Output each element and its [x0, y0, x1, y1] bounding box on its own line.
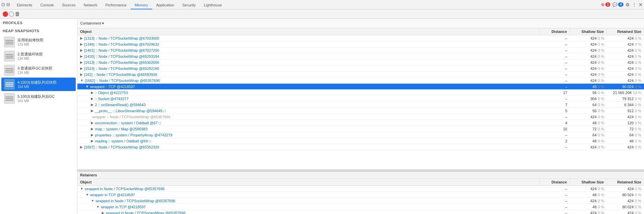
- cell-distance: –: [540, 192, 570, 198]
- table-row[interactable]: ▶ [1420] :: Node / TCPSocketWrap @652931…: [77, 53, 644, 59]
- error-badge: ⊗ 1: [601, 2, 611, 7]
- stop-button[interactable]: [9, 11, 14, 17]
- expand-arrow[interactable]: ▼: [96, 205, 100, 209]
- tab-application[interactable]: Application: [152, 1, 178, 9]
- tab-memory[interactable]: Memory: [131, 1, 152, 9]
- lower-table: Object Distance Shallow Size Retained Si…: [77, 179, 644, 214]
- cell-retained: 48 0 %: [607, 138, 644, 144]
- table-row[interactable]: wrapper :: Node / TCPSocketWrap @6535769…: [77, 114, 644, 120]
- table-row[interactable]: ▶ [1401] :: Node / TCPSocketWrap @670272…: [77, 47, 644, 53]
- cell-retained: 79 912 0 %: [607, 96, 644, 101]
- expand-arrow[interactable]: ▶: [91, 91, 94, 94]
- devtools-undock-icon[interactable]: ⊟: [6, 2, 10, 7]
- cell-retained: 424 0 %: [607, 53, 644, 59]
- expand-arrow[interactable]: ▼: [91, 199, 94, 203]
- table-row[interactable]: ▶ :: Socket @4743277 – 304 0 % 79 912 0 …: [77, 96, 644, 102]
- expand-arrow[interactable]: ▶: [80, 36, 83, 40]
- table-row[interactable]: ▶ [162] :: Node / TCPSocketWrap @6658393…: [77, 72, 644, 78]
- snapshot-item-2[interactable]: 2.普通循环快照 134 MB: [1, 49, 76, 63]
- snapshot-item-5[interactable]: 5.100次创建队列后GC 164 MB: [1, 92, 76, 105]
- snapshot-item-3[interactable]: 3.普通循环GC后快照 134 MB: [1, 63, 76, 77]
- devtools-dock-icon[interactable]: ⊡: [1, 2, 5, 7]
- table-row[interactable]: ▶ onconnection :: system / Oddball @67 □…: [77, 120, 644, 126]
- table-row[interactable]: ▶ [1346] :: Node / TCPSocketWrap @670296…: [77, 41, 644, 47]
- table-row[interactable]: ▶ reading :: system / Oddball @69 □ 2 48…: [77, 138, 644, 144]
- cell-distance: –: [540, 41, 570, 47]
- tab-elements[interactable]: Elements: [13, 1, 36, 9]
- table-row[interactable]: ▼ [1662] :: Node / TCPSocketWrap @653576…: [77, 78, 644, 84]
- cell-shallow: 424 0 %: [570, 35, 607, 41]
- cell-retained: 64 0 %: [607, 132, 644, 138]
- tab-console[interactable]: Console: [36, 1, 58, 9]
- expand-arrow[interactable]: ▶: [80, 48, 83, 52]
- expand-arrow[interactable]: ▼: [86, 193, 89, 197]
- table-row[interactable]: ▶ properties :: system / PropertyArray @…: [77, 132, 644, 138]
- expand-arrow[interactable]: ▶: [91, 139, 94, 143]
- tab-security[interactable]: Security: [178, 1, 200, 9]
- table-row[interactable]: ▼ wrapped in Node / TCPSocketWrap @65357…: [77, 198, 644, 204]
- message-badge: 💬 4: [612, 2, 623, 7]
- cell-shallow: 72 0 %: [570, 126, 607, 132]
- cell-distance: –: [540, 72, 570, 77]
- tab-lighthouse[interactable]: Lighthouse: [200, 1, 226, 9]
- cell-object: ▶ [1401] :: Node / TCPSocketWrap @670272…: [77, 47, 540, 53]
- expand-arrow[interactable]: ▶: [91, 121, 94, 125]
- snapshot-item-1[interactable]: 应用初始堆快照 133 MB: [1, 35, 76, 49]
- expand-arrow[interactable]: ▶: [80, 54, 83, 58]
- expand-arrow[interactable]: ▶: [80, 67, 83, 70]
- table-row[interactable]: ▼ wrapped :: TCP @4218597 – 48 0 % 80 02…: [77, 84, 644, 90]
- expand-arrow[interactable]: ▶: [102, 211, 104, 214]
- snapshot-item-4[interactable]: 4.100次创建队列后快照 164 MB: [1, 78, 76, 91]
- expand-arrow[interactable]: ▶: [80, 73, 83, 76]
- expand-arrow[interactable]: ▶: [80, 42, 83, 46]
- table-row[interactable]: ▶ [1313] :: Node / TCPSocketWrap @670336…: [77, 35, 644, 41]
- table-row[interactable]: ▼ wrapper in TCP @4218597 – 48 0 % 80 02…: [77, 204, 644, 210]
- expand-arrow[interactable]: ▼: [80, 79, 83, 82]
- cell-retained: 424 0 %: [607, 66, 644, 71]
- table-row[interactable]: ▶ 2 :: onStreamRead() @594643 7 64 0 % 6…: [77, 102, 644, 108]
- retainers-header: Retainers: [77, 171, 644, 179]
- expand-arrow[interactable]: ▶: [91, 97, 94, 100]
- more-icon[interactable]: ⋮: [632, 2, 637, 7]
- clear-button[interactable]: 🗑: [15, 11, 20, 17]
- table-row[interactable]: ▶ map :: system / Map @2585983 10 72 0 %…: [77, 126, 644, 132]
- cell-retained: 72 0 %: [607, 126, 644, 132]
- expand-arrow[interactable]: ▶: [91, 103, 94, 106]
- cell-distance: –: [540, 96, 570, 101]
- expand-arrow[interactable]: ▶: [80, 145, 83, 149]
- cell-object: ▶ :: Socket @4743277: [77, 96, 540, 101]
- cell-shallow: 424 0 %: [570, 210, 607, 214]
- table-row[interactable]: ▶ [1513] :: Node / TCPSocketWrap @653026…: [77, 59, 644, 66]
- expand-arrow[interactable]: ▼: [80, 187, 83, 190]
- table-row[interactable]: ▶ wrapped in Node / TCPSocketWrap @65357…: [77, 210, 644, 214]
- tab-sources[interactable]: Sources: [58, 1, 79, 9]
- tab-performance[interactable]: Performance: [101, 1, 131, 9]
- cell-shallow: 424 0 %: [570, 78, 607, 83]
- expand-arrow[interactable]: ▶: [91, 133, 94, 137]
- table-row[interactable]: ▶ [1523] :: Node / TCPSocketWrap @652921…: [77, 66, 644, 72]
- expand-arrow[interactable]: ▶: [80, 60, 83, 64]
- cell-object: ▶ 2 :: onStreamRead() @594643: [77, 102, 540, 108]
- cell-retained: 80 024 0 %: [607, 192, 644, 198]
- cell-shallow: 424 0 %: [570, 186, 607, 191]
- table-row[interactable]: ▶ __proto__ :: LibuvStreamWrap @594645 □…: [77, 108, 644, 114]
- containment-dropdown[interactable]: Containment: [80, 21, 104, 26]
- snapshot-thumb-4: [4, 79, 15, 90]
- close-icon[interactable]: ✕: [639, 2, 643, 7]
- expand-arrow[interactable]: ▶: [91, 127, 94, 131]
- table-row[interactable]: ▶ [1697] :: Node / TCPSocketWrap @653523…: [77, 144, 644, 150]
- record-button[interactable]: [3, 11, 8, 17]
- cell-shallow: 424 0 %: [570, 53, 607, 59]
- expand-arrow[interactable]: ▶: [91, 109, 94, 113]
- lower-col-object: Object: [77, 179, 540, 185]
- settings-icon[interactable]: ⚙: [625, 2, 630, 7]
- cell-retained: 424 0 %: [607, 41, 644, 47]
- cell-shallow: 56 0 %: [570, 90, 607, 95]
- cell-shallow: 424 0 %: [570, 59, 607, 65]
- cell-distance: –: [540, 53, 570, 59]
- expand-arrow[interactable]: ▼: [86, 85, 89, 88]
- tab-network[interactable]: Network: [80, 1, 101, 9]
- table-row[interactable]: ▼ wrapper in TCP @4218597 – 48 0 % 80 02…: [77, 192, 644, 198]
- table-row[interactable]: ▶ :: Object @4222753 17 56 0 % 21 565 20…: [77, 90, 644, 96]
- table-row[interactable]: ▼ wrapped in Node / TCPSocketWrap @65357…: [77, 186, 644, 192]
